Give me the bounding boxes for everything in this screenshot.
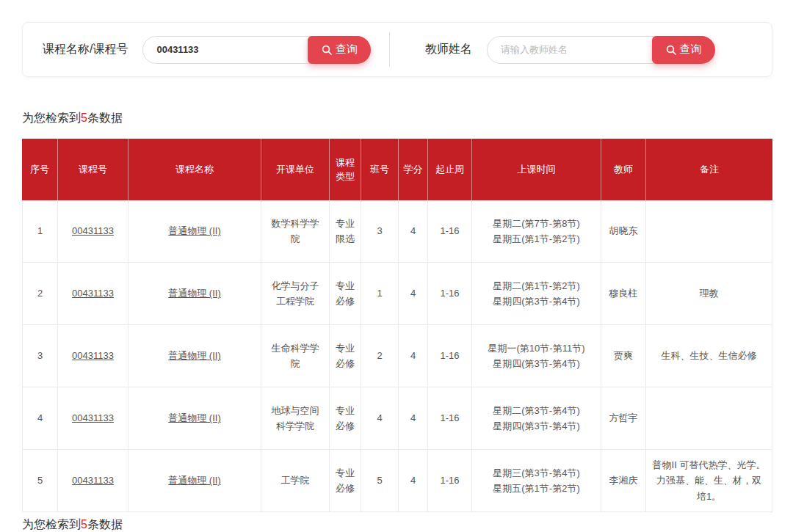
teacher-cell: 穆良柱 — [601, 263, 646, 325]
course-no-cell: 00431133 — [58, 200, 128, 263]
course-name-link[interactable]: 普通物理 (II) — [168, 412, 221, 423]
result-summary-top: 为您检索到5条数据 — [22, 111, 772, 126]
course-name-cell: 普通物理 (II) — [128, 387, 261, 450]
index-cell: 3 — [22, 325, 58, 387]
table-row: 3 00431133 普通物理 (II) 生命科学学院 专业必修 2 4 1-1… — [22, 325, 772, 387]
time-cell: 星期一(第10节-第11节)星期四(第3节-第4节) — [472, 325, 601, 387]
credits-cell: 4 — [399, 387, 428, 450]
time-line: 星期五(第1节-第2节) — [478, 231, 595, 247]
course-name-link[interactable]: 普通物理 (II) — [168, 350, 221, 361]
teacher-cell: 方哲宇 — [601, 387, 646, 450]
time-line: 星期五(第1节-第2节) — [478, 481, 595, 496]
page: 课程名称/课程号 查询 教师姓名 查询 — [22, 0, 772, 532]
course-no-link[interactable]: 00431133 — [72, 412, 114, 423]
course-search-button-label: 查询 — [336, 43, 358, 57]
course-no-link[interactable]: 00431133 — [72, 350, 114, 361]
course-name-cell: 普通物理 (II) — [128, 325, 261, 387]
result-summary-suffix: 条数据 — [87, 518, 123, 531]
course-search-input-wrap: 查询 — [142, 36, 371, 64]
credits-cell: 4 — [399, 200, 428, 263]
credits-cell: 4 — [399, 325, 428, 387]
result-summary-prefix: 为您检索到 — [22, 112, 81, 124]
course-no-cell: 00431133 — [58, 450, 128, 512]
time-line: 星期四(第3节-第4节) — [478, 356, 595, 371]
remark-cell: 普物II 可替代热学、光学。力强基、能、生、材，双培1。 — [646, 450, 772, 512]
remark-cell: 生科、生技、生信必修 — [646, 325, 772, 387]
class-no-cell: 2 — [361, 325, 399, 387]
search-icon — [666, 45, 676, 55]
teacher-search-button[interactable]: 查询 — [652, 36, 715, 64]
col-class-no: 班号 — [361, 139, 399, 200]
course-no-cell: 00431133 — [58, 263, 128, 325]
course-name-cell: 普通物理 (II) — [128, 450, 261, 512]
time-line: 星期三(第3节-第4节) — [478, 465, 595, 481]
weeks-cell: 1-16 — [428, 450, 472, 512]
teacher-cell: 贾爽 — [601, 325, 646, 387]
time-line: 星期四(第3节-第4节) — [478, 294, 595, 309]
col-course-type: 课程类型 — [330, 139, 361, 200]
table-header-row: 序号 课程号 课程名称 开课单位 课程类型 班号 学分 起止周 上课时间 教师 … — [22, 139, 772, 200]
department-cell: 地球与空间科学学院 — [261, 387, 330, 450]
department-cell: 生命科学学院 — [261, 325, 330, 387]
class-no-cell: 5 — [361, 450, 399, 512]
course-name-link[interactable]: 普通物理 (II) — [168, 475, 221, 486]
course-name-cell: 普通物理 (II) — [128, 200, 261, 263]
search-icon — [322, 45, 332, 55]
time-line: 星期二(第3节-第4节) — [478, 403, 595, 418]
course-name-link[interactable]: 普通物理 (II) — [168, 288, 221, 299]
course-type-cell: 专业必修 — [330, 325, 361, 387]
result-count: 5 — [81, 112, 87, 124]
index-cell: 2 — [22, 263, 58, 325]
class-no-cell: 3 — [361, 200, 399, 263]
remark-cell — [646, 200, 772, 263]
col-course-no: 课程号 — [58, 139, 128, 200]
department-cell: 工学院 — [261, 450, 330, 512]
course-name-link[interactable]: 普通物理 (II) — [168, 225, 221, 236]
course-search-button[interactable]: 查询 — [308, 36, 371, 64]
class-no-cell: 1 — [361, 263, 399, 325]
col-course-name: 课程名称 — [128, 139, 261, 200]
course-no-link[interactable]: 00431133 — [72, 475, 114, 486]
course-search-label: 课程名称/课程号 — [43, 42, 128, 57]
teacher-name-input-wrap: 查询 — [487, 36, 715, 64]
time-line: 星期二(第7节-第8节) — [478, 216, 595, 231]
col-index: 序号 — [22, 139, 58, 200]
time-line: 星期四(第3节-第4节) — [478, 418, 595, 434]
teacher-search-button-label: 查询 — [680, 43, 702, 57]
time-cell: 星期二(第7节-第8节)星期五(第1节-第2节) — [472, 200, 601, 263]
col-teacher: 教师 — [601, 139, 646, 200]
credits-cell: 4 — [399, 450, 428, 512]
time-cell: 星期二(第3节-第4节)星期四(第3节-第4节) — [472, 387, 601, 450]
course-name-cell: 普通物理 (II) — [128, 263, 261, 325]
course-no-link[interactable]: 00431133 — [72, 225, 114, 236]
table-row: 4 00431133 普通物理 (II) 地球与空间科学学院 专业必修 4 4 … — [22, 387, 772, 450]
time-line: 星期二(第1节-第2节) — [478, 278, 595, 294]
search-card: 课程名称/课程号 查询 教师姓名 查询 — [22, 22, 772, 77]
department-cell: 化学与分子工程学院 — [261, 263, 330, 325]
course-search-group: 课程名称/课程号 查询 — [23, 23, 389, 76]
weeks-cell: 1-16 — [428, 387, 472, 450]
course-table: 序号 课程号 课程名称 开课单位 课程类型 班号 学分 起止周 上课时间 教师 … — [22, 139, 772, 512]
department-cell: 数学科学学院 — [261, 200, 330, 263]
course-no-cell: 00431133 — [58, 387, 128, 450]
course-no-cell: 00431133 — [58, 325, 128, 387]
table-row: 2 00431133 普通物理 (II) 化学与分子工程学院 专业必修 1 4 … — [22, 263, 772, 325]
index-cell: 4 — [22, 387, 58, 450]
course-type-cell: 专业必修 — [330, 450, 361, 512]
col-department: 开课单位 — [261, 139, 330, 200]
result-summary-suffix: 条数据 — [87, 112, 123, 124]
weeks-cell: 1-16 — [428, 263, 472, 325]
course-no-link[interactable]: 00431133 — [72, 288, 114, 299]
index-cell: 5 — [22, 450, 58, 512]
col-time: 上课时间 — [472, 139, 601, 200]
col-remark: 备注 — [646, 139, 772, 200]
result-summary-prefix: 为您检索到 — [22, 518, 81, 531]
weeks-cell: 1-16 — [428, 200, 472, 263]
time-cell: 星期三(第3节-第4节)星期五(第1节-第2节) — [472, 450, 601, 512]
time-cell: 星期二(第1节-第2节)星期四(第3节-第4节) — [472, 263, 601, 325]
course-type-cell: 专业必修 — [330, 387, 361, 450]
course-type-cell: 专业限选 — [330, 200, 361, 263]
weeks-cell: 1-16 — [428, 325, 472, 387]
col-weeks: 起止周 — [428, 139, 472, 200]
credits-cell: 4 — [399, 263, 428, 325]
